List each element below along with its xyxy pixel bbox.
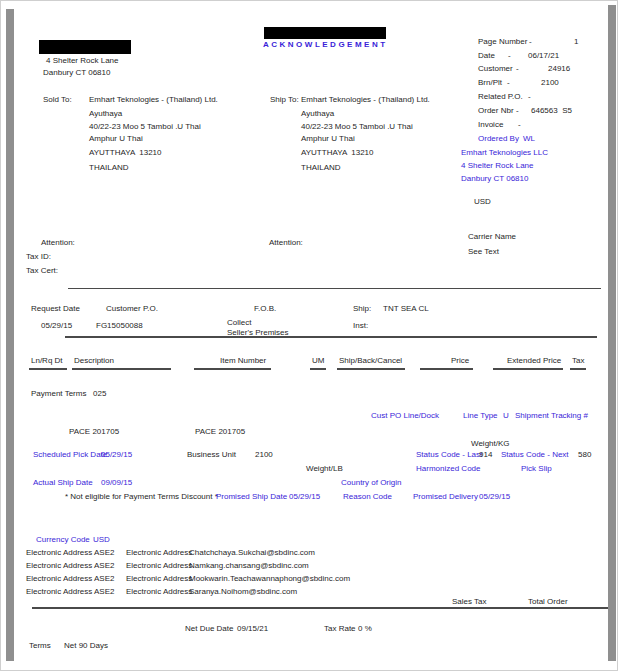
meta-brn-plt-label: Brn/Plt bbox=[478, 78, 502, 87]
electronic-address-code: ASE2 bbox=[94, 561, 114, 570]
request-date-value: 05/29/15 bbox=[41, 321, 72, 330]
sales-tax-label: Sales Tax bbox=[452, 597, 487, 606]
status-code-last-label: Status Code - Last bbox=[416, 450, 482, 459]
col-underline bbox=[493, 368, 563, 370]
col-underline bbox=[29, 368, 67, 370]
sold-to-line: 40/22-23 Moo 5 Tamboi .U Thai bbox=[89, 122, 201, 131]
email-address: Saranya.Noihom@sbdinc.com bbox=[189, 587, 297, 596]
electronic-address-label: Electronic Address bbox=[26, 587, 92, 596]
reason-code-label: Reason Code bbox=[343, 492, 392, 501]
electronic-address-label: Electronic Address bbox=[26, 561, 92, 570]
dash-separator: - bbox=[507, 78, 510, 87]
promised-ship-date-value: 05/29/15 bbox=[289, 492, 320, 501]
harmonized-code-label: Harmonized Code bbox=[416, 464, 480, 473]
currency-code-value: USD bbox=[93, 535, 110, 544]
customer-po-label: Customer P.O. bbox=[106, 304, 158, 313]
ship-to-line: AYUTTHAYA 13210 bbox=[301, 148, 373, 157]
col-header-tax: Tax bbox=[572, 356, 584, 365]
dash-separator: - bbox=[508, 51, 511, 60]
promised-delivery-label: Promised Delivery bbox=[413, 492, 478, 501]
meta-invoice-label: Invoice bbox=[478, 120, 503, 129]
col-underline bbox=[310, 368, 326, 370]
electronic-address-code: ASE2 bbox=[94, 587, 114, 596]
ship-to-line: 40/22-23 Moo 5 Tamboi .U Thai bbox=[301, 122, 413, 131]
meta-ordered-by-value: WL bbox=[523, 134, 535, 143]
sold-to-line: Amphur U Thai bbox=[89, 134, 143, 143]
line-type-value: U bbox=[503, 411, 509, 420]
net-due-date-value: 09/15/21 bbox=[237, 624, 268, 633]
actual-ship-date-label: Actual Ship Date bbox=[33, 478, 93, 487]
scheduled-pick-date-label: Scheduled Pick Date bbox=[33, 450, 107, 459]
cust-po-line-dock-label: Cust PO Line/Dock bbox=[371, 411, 439, 420]
scheduled-pick-date-value: 05/29/15 bbox=[101, 450, 132, 459]
status-code-next-value: 580 bbox=[578, 450, 591, 459]
total-order-label: Total Order bbox=[528, 597, 568, 606]
col-header-ship-back-cancel: Ship/Back/Cancel bbox=[339, 356, 402, 365]
tax-cert-label: Tax Cert: bbox=[26, 266, 58, 275]
shipment-tracking-label: Shipment Tracking # bbox=[515, 411, 588, 420]
redacted-header-box bbox=[264, 27, 386, 39]
payment-terms-label: Payment Terms bbox=[31, 389, 86, 398]
electronic-address-code: ASE2 bbox=[94, 574, 114, 583]
meta-brn-plt-value: 2100 bbox=[541, 78, 559, 87]
electronic-address-label: Electronic Address bbox=[26, 548, 92, 557]
totals-divider bbox=[32, 607, 608, 609]
remit-address-line2: Danbury CT 06810 bbox=[461, 174, 528, 183]
meta-page-number-value: 1 bbox=[574, 37, 578, 46]
email-address: Mookwarin.Teachawannaphong@sbdinc.com bbox=[189, 574, 350, 583]
weight-kg-label: Weight/KG bbox=[471, 439, 510, 448]
sold-to-line: Emhart Teknologies - (Thailand) Ltd. bbox=[89, 95, 218, 104]
terms-label: Terms bbox=[29, 641, 51, 650]
payment-discount-note: * Not eligible for Payment Terms Discoun… bbox=[65, 492, 218, 501]
section-divider bbox=[68, 288, 601, 289]
col-header-item-number: Item Number bbox=[220, 356, 266, 365]
currency-code-label: Currency Code bbox=[36, 535, 90, 544]
customer-po-value: FG15050088 bbox=[96, 321, 143, 330]
electronic-address-label: Electronic Address bbox=[126, 548, 192, 557]
dash-separator: - bbox=[528, 92, 531, 101]
electronic-address-label: Electronic Address bbox=[126, 587, 192, 596]
remit-address-line1: 4 Shelter Rock Lane bbox=[461, 161, 534, 170]
promised-delivery-value: 05/29/15 bbox=[479, 492, 510, 501]
promised-ship-date-label: Promised Ship Date bbox=[216, 492, 287, 501]
payment-terms-value: 025 bbox=[93, 389, 106, 398]
pace-number-2: PACE 201705 bbox=[195, 427, 245, 436]
attention-label-mid: Attention: bbox=[269, 238, 303, 247]
meta-order-nbr-label: Order Nbr bbox=[478, 106, 514, 115]
col-underline bbox=[420, 368, 473, 370]
sold-to-line: AYUTTHAYA 13210 bbox=[89, 148, 161, 157]
meta-date-label: Date bbox=[478, 51, 495, 60]
page-edge-right bbox=[608, 5, 616, 661]
col-header-extended-price: Extended Price bbox=[507, 356, 561, 365]
request-date-label: Request Date bbox=[31, 304, 80, 313]
col-header-ln-rq-dt: Ln/Rq Dt bbox=[31, 356, 63, 365]
ship-to-line: Ayuthaya bbox=[301, 109, 334, 118]
business-unit-value: 2100 bbox=[255, 450, 273, 459]
sold-to-line: Ayuthaya bbox=[89, 109, 122, 118]
meta-page-number-label: Page Number bbox=[478, 37, 527, 46]
status-code-last-value: 914 bbox=[479, 450, 492, 459]
ship-label: Ship: bbox=[353, 304, 371, 313]
col-underline bbox=[72, 368, 171, 370]
meta-related-po-label: Related P.O. bbox=[478, 92, 523, 101]
dash-separator: - bbox=[518, 120, 521, 129]
tax-id-label: Tax ID: bbox=[26, 252, 51, 261]
carrier-name-value: See Text bbox=[468, 247, 499, 256]
letterhead-address-line2: Danbury CT 06810 bbox=[43, 68, 110, 77]
actual-ship-date-value: 09/09/15 bbox=[101, 478, 132, 487]
letterhead-address-line1: 4 Shelter Rock Lane bbox=[46, 56, 119, 65]
document-title: ACKNOWLEDGEMENT bbox=[263, 40, 388, 49]
col-underline bbox=[194, 368, 271, 370]
section-divider-thick bbox=[65, 336, 597, 338]
net-due-date-label: Net Due Date bbox=[185, 624, 233, 633]
meta-customer-value: 24916 bbox=[548, 64, 570, 73]
col-underline bbox=[570, 368, 586, 370]
tax-rate-value: 0 % bbox=[358, 624, 372, 633]
line-type-label: Line Type bbox=[463, 411, 498, 420]
business-unit-label: Business Unit bbox=[187, 450, 236, 459]
ship-to-line: THAILAND bbox=[301, 163, 341, 172]
electronic-address-code: ASE2 bbox=[94, 548, 114, 557]
sold-to-label: Sold To: bbox=[43, 95, 72, 104]
pace-number-1: PACE 201705 bbox=[69, 427, 119, 436]
status-code-next-label: Status Code - Next bbox=[501, 450, 569, 459]
